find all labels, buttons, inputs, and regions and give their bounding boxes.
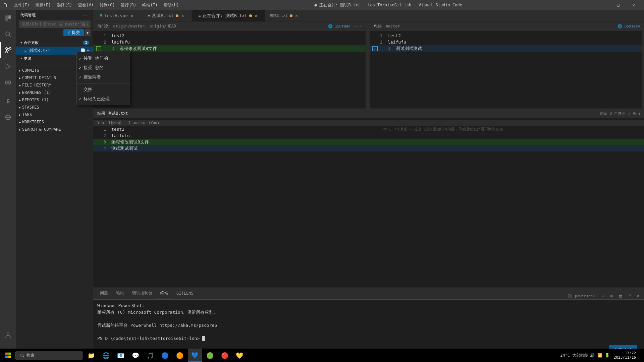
result-code[interactable]: You, 1秒钟前 | 1 author (You) 1 test2 You, … [93, 118, 644, 288]
context-swap[interactable]: 交换 [77, 85, 130, 94]
taskbar-app8[interactable]: 🟢 [203, 349, 217, 362]
blame-detail-1: You, 7个月前 • 提交（应该是编码有问题，导致远程仓库看不到中文相... [370, 127, 641, 132]
taskbar: 搜索 📁 🌐 📧 💬 🎵 🔵 🟠 💙 🟢 🔴 💛 24°C 大部晴朗 🔊 📶 🔋… [0, 349, 644, 362]
merge-changes-header[interactable]: ▾ 合并更改 1 [16, 39, 93, 47]
left-conflict-indicator[interactable]: ✓ [96, 46, 101, 51]
taskbar-app6[interactable]: 🔵 [158, 349, 172, 362]
commit-button[interactable]: ✓ 提交 [63, 29, 84, 36]
context-mark-handled[interactable]: 标记为已处理 [77, 94, 130, 104]
maximize-button[interactable]: □ [610, 0, 626, 10]
terminal-content[interactable]: Windows PowerShell 版权所有 (C) Microsoft Co… [93, 300, 644, 355]
tab-testb-txt[interactable]: ≡ 测试B.txt × [141, 10, 192, 21]
activity-remote[interactable] [0, 109, 16, 125]
tab-testb2[interactable]: 测试B.txt × [265, 10, 303, 21]
taskbar-file-explorer[interactable]: 📁 [85, 349, 98, 362]
taskbar-app7[interactable]: 🟠 [173, 349, 186, 362]
terminal-trash-icon[interactable]: 🗑 [616, 293, 625, 299]
commit-dropdown-button[interactable]: ▾ [85, 29, 91, 36]
menu-terminal[interactable]: 终端(T) [140, 2, 160, 9]
result-header: 结果 测试B.txt 剩余 0 个冲突 ▷ Run [93, 109, 644, 118]
show-desktop[interactable] [640, 349, 643, 362]
context-accept-both[interactable]: 接受两者 [77, 72, 130, 82]
menu-goto[interactable]: 转到(G) [97, 2, 118, 9]
left-pane-more[interactable]: ··· [353, 23, 364, 30]
left-code-editor[interactable]: 1 test2 2 laifufu ✓ 3 [93, 31, 368, 109]
left-line-content-1: test2 [111, 33, 365, 38]
menu-edit[interactable]: 编辑(E) [33, 2, 54, 9]
result-line-num-3: 3 [96, 140, 106, 144]
right-scrollbar[interactable] [642, 31, 644, 109]
result-line-content-2: laifufu [111, 133, 641, 138]
terminal-maximize-icon[interactable]: ⌃ [626, 293, 633, 299]
branches-chevron: ▶ [19, 91, 21, 95]
context-accept-yours[interactable]: 接受 您的 [77, 63, 130, 72]
menu-select[interactable]: 选择(S) [54, 2, 75, 9]
tab-testb2-close[interactable]: × [294, 12, 299, 19]
tab-testb-label: 测试B.txt [152, 13, 174, 19]
panel-tab-gitlens[interactable]: GITLENS [172, 288, 198, 299]
menu-help[interactable]: 帮助(H) [161, 2, 182, 9]
panel-tab-terminal[interactable]: 终端 [156, 288, 172, 299]
merge-changes-label: 合并更改 [24, 40, 39, 45]
taskbar-app3[interactable]: 📧 [114, 349, 127, 362]
activity-extensions[interactable] [0, 74, 16, 90]
taskbar-app9[interactable]: 💛 [233, 349, 246, 362]
start-button[interactable] [1, 349, 15, 362]
minimize-button[interactable]: ─ [595, 0, 610, 10]
right-pane: 您的 master 🌐 0691ee4 1 test2 [370, 22, 644, 109]
result-run-icon[interactable]: ▷ Run [628, 111, 640, 116]
context-accept-theirs[interactable]: 接受 他们的 [77, 54, 130, 63]
terminal-line-4: 尝试新的跨平台 PowerShell https://aka.ms/pscore… [97, 322, 640, 329]
taskbar-clock[interactable]: 13:222023/11/16 [611, 351, 639, 360]
terminal-split-icon[interactable]: ⊞ [608, 293, 615, 299]
result-line-4: 4 测试测试测试 [93, 145, 644, 152]
editor-area: 他们的 origin/master, origin/HEAD 🌐 150f0ac… [93, 22, 644, 355]
terminal-close-icon[interactable]: × [635, 293, 641, 299]
branches-label: BRANCHES (1) [22, 90, 51, 95]
sidebar-more-icon[interactable]: ··· [82, 13, 89, 17]
terminal-prompt: PS D:\code\test-lsh\testToroiseGit-lsh> [97, 335, 640, 342]
right-line-content-3: 测试测试测试 [396, 46, 641, 52]
taskbar-browser1[interactable]: 🌐 [99, 349, 113, 362]
taskbar-search-box[interactable]: 搜索 [15, 351, 83, 360]
tab-merge-close[interactable]: × [254, 12, 258, 19]
panel-tab-output[interactable]: 输出 [112, 288, 128, 299]
right-code-editor[interactable]: 1 test2 2 laifufu ✓ 3 [370, 31, 644, 109]
tab-merge-testb[interactable]: ≡ 正在合并: 测试B.txt × [192, 10, 265, 21]
gitlens-search-compare[interactable]: ▶ SEARCH & COMPARE [16, 126, 93, 133]
right-pane-label: 您的 [374, 24, 382, 28]
right-check-icon: ✓ [374, 46, 376, 51]
taskbar-vscode[interactable]: 💙 [188, 349, 202, 362]
panel-tab-actions: ⬛ powershell + ⊞ 🗑 ⌃ × [567, 293, 641, 299]
tab-testa-vue[interactable]: V testA.vue × [93, 10, 141, 21]
menu-view[interactable]: 查看(V) [75, 2, 96, 9]
accept-theirs-label: 接受 他们的 [84, 55, 108, 61]
taskbar-chrome[interactable]: 🔴 [218, 349, 231, 362]
taskbar-app4[interactable]: 💬 [129, 349, 142, 362]
tab-testa-close[interactable]: × [130, 12, 134, 19]
tab-testb-close[interactable]: × [180, 12, 184, 19]
activity-explorer[interactable] [0, 10, 16, 26]
left-scrollbar[interactable] [366, 31, 368, 109]
activity-git[interactable] [0, 42, 16, 58]
gitlens-tags[interactable]: ▶ TAGS [16, 111, 93, 118]
commit-input[interactable] [21, 22, 88, 26]
activity-account[interactable] [0, 327, 16, 343]
gitlens-worktrees[interactable]: ▶ WORKTREES [16, 118, 93, 126]
result-line-3: 3 远程修改测试B文件 [93, 139, 644, 145]
menu-file[interactable]: 文件(F) [11, 2, 32, 9]
left-line-2: 2 laifufu [93, 39, 368, 45]
vscode-icon: 💙 [191, 352, 199, 359]
close-button[interactable]: ✕ [626, 0, 641, 10]
panel-tab-debug[interactable]: 调试控制台 [128, 288, 156, 299]
taskbar-app5[interactable]: 🎵 [144, 349, 157, 362]
menu-run[interactable]: 运行(R) [118, 2, 139, 9]
taskbar-sys-icons[interactable]: 🔊 📶 🔋 [590, 353, 609, 358]
right-pane-header: 您的 master 🌐 0691ee4 [370, 22, 644, 31]
activity-debug[interactable] [0, 58, 16, 74]
right-conflict-indicator[interactable]: ✓ [372, 46, 378, 51]
activity-search[interactable] [0, 26, 16, 42]
activity-gitlens[interactable]: G [0, 93, 16, 109]
panel-tab-problems[interactable]: 问题 [96, 288, 112, 299]
terminal-add-icon[interactable]: + [600, 293, 606, 299]
